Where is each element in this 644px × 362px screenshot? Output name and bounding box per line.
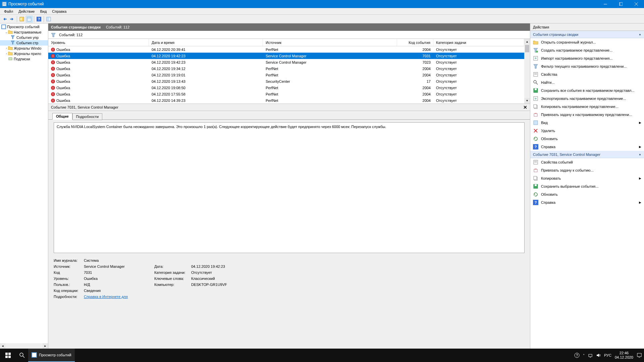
action-item[interactable]: Экспортировать настраиваемое представлен… bbox=[530, 95, 644, 103]
tree-windows-logs[interactable]: ›Журналы Windo bbox=[0, 46, 48, 51]
tray-help-icon[interactable]: ? bbox=[574, 353, 580, 358]
tray-notifications-icon[interactable] bbox=[637, 353, 642, 358]
error-icon: ! bbox=[51, 48, 55, 52]
menu-file[interactable]: Файл bbox=[1, 9, 16, 14]
tree-root[interactable]: Просмотр событий bbox=[0, 24, 48, 29]
tab-details[interactable]: Подробности bbox=[72, 113, 103, 120]
svg-line-29 bbox=[536, 83, 538, 84]
table-row[interactable]: !Ошибка04.12.2020 19:13:43SecurityCenter… bbox=[48, 78, 524, 84]
action-item[interactable]: Фильтр текущего настраиваемого представл… bbox=[530, 62, 644, 70]
col-code[interactable]: Код события bbox=[397, 39, 433, 46]
detail-body: Служба NVIDIA LocalSystem Container была… bbox=[48, 119, 530, 349]
expand-icon[interactable]: ⌄ bbox=[5, 31, 8, 34]
action-item[interactable]: Обновить bbox=[530, 135, 644, 143]
menu-help[interactable]: Справка bbox=[49, 9, 69, 14]
svg-rect-50 bbox=[535, 184, 537, 186]
action-item[interactable]: Привязать задачу к настраиваемому предст… bbox=[530, 111, 644, 119]
actions-pane-button[interactable] bbox=[45, 16, 52, 22]
event-metadata: Имя журнала:Система Источник:Service Con… bbox=[54, 258, 525, 299]
forward-button[interactable] bbox=[9, 16, 15, 22]
table-row[interactable]: !Ошибка04.12.2020 19:08:50PerfNet2004Отс… bbox=[48, 84, 524, 91]
tree-admin-events[interactable]: События упр bbox=[0, 35, 48, 40]
copy-icon bbox=[533, 104, 538, 109]
tray-chevron-icon[interactable]: ˄ bbox=[583, 354, 585, 357]
tree-custom-views[interactable]: ⌄Настраиваемые bbox=[0, 29, 48, 35]
tree-summary-events[interactable]: События стр bbox=[0, 40, 48, 46]
svg-rect-22 bbox=[9, 58, 12, 60]
close-button[interactable] bbox=[629, 0, 644, 8]
toolbar: ? bbox=[0, 15, 644, 23]
action-item[interactable]: Копировать▶ bbox=[530, 174, 644, 182]
action-item[interactable]: Свойства bbox=[530, 70, 644, 78]
actions-section-view[interactable]: События страницы сводки▲ bbox=[530, 31, 644, 38]
action-item[interactable]: Открыть сохраненный журнал... bbox=[530, 38, 644, 46]
table-row[interactable]: !Ошибка04.12.2020 17:55:58PerfNet2004Отс… bbox=[48, 91, 524, 97]
preview-button[interactable] bbox=[26, 16, 33, 22]
start-button[interactable] bbox=[0, 349, 16, 362]
help-button[interactable]: ? bbox=[36, 16, 42, 22]
action-item[interactable]: Вид▶ bbox=[530, 119, 644, 127]
error-icon: ! bbox=[51, 73, 55, 77]
expand-icon[interactable]: › bbox=[5, 47, 8, 50]
detail-close-icon[interactable]: ✕ bbox=[523, 105, 527, 110]
tree-hscroll[interactable]: ◄► bbox=[0, 343, 48, 349]
menu-action[interactable]: Действие bbox=[16, 9, 37, 14]
error-icon: ! bbox=[51, 99, 55, 103]
collapse-icon: ▲ bbox=[639, 153, 641, 156]
funnel-icon bbox=[51, 33, 56, 37]
tree-subscriptions[interactable]: Подписки bbox=[0, 56, 48, 62]
col-source[interactable]: Источник bbox=[263, 39, 397, 46]
table-row[interactable]: !Ошибка04.12.2020 19:34:12PerfNet2004Отс… bbox=[48, 65, 524, 72]
scroll-up-icon[interactable]: ▲ bbox=[524, 39, 530, 45]
svg-text:?: ? bbox=[535, 145, 537, 149]
scroll-down-icon[interactable]: ▼ bbox=[524, 98, 530, 104]
submenu-icon: ▶ bbox=[639, 201, 641, 204]
table-row[interactable]: !Ошибка04.12.2020 19:42:23Service Contro… bbox=[48, 59, 524, 65]
action-item[interactable]: Сохранить все события в настраиваемом пр… bbox=[530, 86, 644, 95]
table-row[interactable]: !Ошибка04.12.2020 20:39:41PerfNet2004Отс… bbox=[48, 46, 524, 53]
action-item[interactable]: Свойства событий bbox=[530, 158, 644, 166]
col-datetime[interactable]: Дата и время bbox=[149, 39, 263, 46]
svg-rect-5 bbox=[604, 4, 607, 4]
expand-icon[interactable]: › bbox=[5, 52, 8, 55]
action-item[interactable]: Удалить bbox=[530, 127, 644, 135]
meta-help-link[interactable]: Справка в Интернете для bbox=[84, 295, 128, 299]
export-icon bbox=[533, 96, 538, 101]
back-button[interactable] bbox=[1, 16, 8, 22]
col-level[interactable]: Уровень bbox=[48, 39, 149, 46]
tray-clock[interactable]: 22:4604.12.2020 bbox=[615, 351, 633, 360]
maximize-button[interactable] bbox=[613, 0, 629, 8]
table-row[interactable]: !Ошибка04.12.2020 19:42:23Service Contro… bbox=[48, 53, 524, 59]
error-icon: ! bbox=[51, 60, 55, 64]
action-item[interactable]: ?Справка▶ bbox=[530, 143, 644, 151]
tab-general[interactable]: Общие bbox=[52, 113, 72, 120]
refresh-icon bbox=[533, 192, 538, 197]
action-item[interactable]: Найти... bbox=[530, 78, 644, 86]
scroll-thumb[interactable] bbox=[525, 45, 529, 52]
table-vscroll[interactable]: ▲ ▼ bbox=[524, 39, 530, 104]
action-item[interactable]: ?Справка▶ bbox=[530, 198, 644, 206]
show-hide-button[interactable] bbox=[18, 16, 25, 22]
action-item[interactable]: Привязать задачу к событию... bbox=[530, 166, 644, 174]
menu-view[interactable]: Вид bbox=[37, 9, 49, 14]
taskbar-app[interactable]: Просмотр событий bbox=[28, 349, 75, 362]
taskbar-search[interactable] bbox=[16, 349, 28, 362]
find-icon bbox=[533, 80, 538, 85]
filter-bar: Событий: 112 bbox=[48, 31, 530, 39]
tray-network-icon[interactable] bbox=[588, 353, 593, 358]
col-category[interactable]: Категория задачи bbox=[433, 39, 524, 46]
submenu-icon: ▶ bbox=[639, 121, 641, 124]
tray-language[interactable]: РУС bbox=[604, 353, 611, 357]
tree-app-logs[interactable]: ›Журналы прило bbox=[0, 51, 48, 56]
actions-section-event[interactable]: Событие 7031, Service Control Manager▲ bbox=[530, 151, 644, 158]
action-item[interactable]: Импорт настраиваемого представления... bbox=[530, 54, 644, 62]
table-row[interactable]: !Ошибка04.12.2020 19:19:01PerfNet2004Отс… bbox=[48, 72, 524, 78]
svg-rect-11 bbox=[10, 19, 12, 19]
action-item[interactable]: Сохранить выбранные события... bbox=[530, 182, 644, 190]
action-item[interactable]: Создать настраиваемое представление... bbox=[530, 46, 644, 54]
table-row[interactable]: !Ошибка04.12.2020 14:39:23PerfNet2004Отс… bbox=[48, 97, 524, 104]
action-item[interactable]: Копировать настраиваемое представление..… bbox=[530, 103, 644, 111]
tray-volume-icon[interactable] bbox=[596, 353, 601, 358]
action-item[interactable]: Обновить bbox=[530, 190, 644, 198]
minimize-button[interactable] bbox=[598, 0, 613, 8]
